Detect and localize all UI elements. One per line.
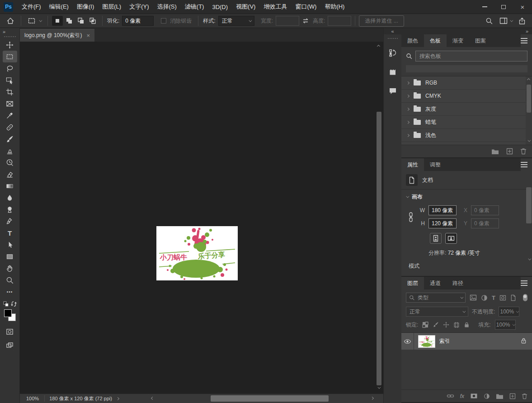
- layers-panel-menu[interactable]: [521, 277, 532, 289]
- maximize-button[interactable]: [494, 0, 513, 14]
- hand-tool[interactable]: [3, 262, 17, 274]
- new-adjustment-layer-icon[interactable]: [484, 393, 490, 399]
- canvas-height-input[interactable]: [428, 218, 457, 228]
- menu-view[interactable]: 视图(V): [232, 0, 259, 14]
- filter-toggle-icon[interactable]: [523, 294, 527, 301]
- tab-layers[interactable]: 图层: [401, 277, 424, 289]
- path-selection-tool[interactable]: [3, 239, 17, 251]
- swatch-group-rgb[interactable]: RGB: [401, 76, 532, 90]
- canvas-x-input[interactable]: [471, 205, 499, 215]
- swap-dimensions-button[interactable]: [299, 15, 312, 27]
- intersect-selection-button[interactable]: [87, 16, 98, 26]
- new-selection-button[interactable]: [52, 16, 63, 26]
- filter-adjustment-layers-icon[interactable]: [481, 294, 488, 301]
- eyedropper-tool[interactable]: [3, 109, 17, 121]
- new-group-icon[interactable]: [491, 148, 499, 155]
- spot-healing-brush-tool[interactable]: [3, 121, 17, 133]
- swatch-group-cmyk[interactable]: CMYK: [401, 90, 532, 103]
- menu-help[interactable]: 帮助(H): [320, 0, 348, 14]
- type-tool[interactable]: T: [3, 227, 17, 239]
- subtract-from-selection-button[interactable]: [75, 16, 86, 26]
- foreground-color-swatch[interactable]: [4, 309, 12, 317]
- scroll-thumb[interactable]: [527, 85, 531, 113]
- swap-colors-icon[interactable]: [11, 301, 17, 307]
- swatch-scrollbar[interactable]: [526, 76, 532, 145]
- properties-scroll-thumb[interactable]: [526, 187, 532, 223]
- quick-mask-button[interactable]: [3, 326, 17, 337]
- close-button[interactable]: ×: [513, 0, 532, 14]
- screen-mode-button[interactable]: [3, 339, 17, 351]
- blend-mode-select[interactable]: 正常: [406, 307, 468, 317]
- layer-name[interactable]: 索引: [439, 337, 521, 345]
- share-icon[interactable]: [518, 17, 526, 25]
- history-brush-tool[interactable]: [3, 156, 17, 168]
- frame-tool[interactable]: [3, 98, 17, 109]
- feather-input[interactable]: [122, 16, 154, 26]
- menu-filter[interactable]: 滤镜(T): [181, 0, 208, 14]
- menu-select[interactable]: 选择(S): [153, 0, 180, 14]
- history-panel-button[interactable]: [386, 46, 400, 60]
- workspace-switcher[interactable]: [499, 17, 512, 24]
- menu-image[interactable]: 图像(I): [73, 0, 98, 14]
- tab-properties[interactable]: 属性: [401, 158, 424, 171]
- portrait-orientation-button[interactable]: [430, 233, 442, 244]
- comments-panel-button[interactable]: [386, 84, 400, 98]
- lock-all-icon[interactable]: [464, 322, 470, 328]
- layer-filter-select[interactable]: 类型: [406, 293, 466, 303]
- tab-close-icon[interactable]: ×: [87, 32, 90, 39]
- home-button[interactable]: [4, 15, 17, 27]
- tab-gradients[interactable]: 渐变: [447, 34, 469, 47]
- fill-input[interactable]: 100%: [495, 320, 516, 330]
- height-input[interactable]: [328, 16, 351, 26]
- lock-position-icon[interactable]: [443, 322, 449, 328]
- tab-color[interactable]: 颜色: [401, 34, 424, 47]
- antialias-checkbox[interactable]: [161, 18, 166, 24]
- libraries-panel-button[interactable]: [386, 65, 400, 79]
- move-tool[interactable]: [3, 39, 17, 51]
- scroll-right-icon[interactable]: [371, 397, 374, 400]
- landscape-orientation-button[interactable]: [445, 233, 457, 244]
- tab-patterns[interactable]: 图案: [469, 34, 492, 47]
- horizontal-scroll-thumb[interactable]: [211, 395, 329, 402]
- link-layers-icon[interactable]: [447, 393, 454, 399]
- expand-icon[interactable]: [406, 120, 410, 123]
- pen-tool[interactable]: [3, 215, 17, 227]
- filter-shape-layers-icon[interactable]: [499, 295, 506, 301]
- new-swatch-icon[interactable]: [506, 148, 513, 155]
- menu-plugins[interactable]: 增效工具: [259, 0, 291, 14]
- collapse-panels-icon[interactable]: »: [526, 28, 528, 34]
- swatches-panel-menu[interactable]: [521, 34, 532, 47]
- vertical-scrollbar[interactable]: [376, 43, 382, 393]
- swatch-search-input[interactable]: 搜索色板: [415, 51, 527, 62]
- default-colors-icon[interactable]: [3, 301, 9, 307]
- lock-artboard-icon[interactable]: [453, 322, 460, 328]
- gradient-tool[interactable]: [3, 180, 17, 192]
- trash-icon[interactable]: [522, 393, 527, 399]
- minimize-button[interactable]: [475, 0, 494, 14]
- document-tab[interactable]: logo.png @ 100%(索引) ×: [20, 29, 94, 42]
- properties-panel-menu[interactable]: [521, 158, 532, 171]
- lock-transparency-icon[interactable]: [422, 322, 428, 328]
- menu-layer[interactable]: 图层(L): [98, 0, 125, 14]
- collapse-dock-icon[interactable]: «: [391, 28, 394, 34]
- rectangle-tool[interactable]: [3, 251, 17, 262]
- eraser-tool[interactable]: [3, 168, 17, 180]
- scroll-up-icon[interactable]: [377, 45, 380, 48]
- expand-icon[interactable]: [406, 133, 410, 137]
- menu-edit[interactable]: 编辑(E): [45, 0, 73, 14]
- filter-pixel-layers-icon[interactable]: [470, 294, 477, 301]
- style-select[interactable]: 正常: [218, 16, 254, 26]
- canvas-width-input[interactable]: [428, 205, 457, 215]
- brush-tool[interactable]: [3, 133, 17, 145]
- link-dimensions-icon[interactable]: [408, 209, 414, 225]
- dodge-tool[interactable]: [3, 204, 17, 215]
- tab-channels[interactable]: 通道: [424, 277, 447, 289]
- scroll-up-icon[interactable]: [527, 78, 530, 81]
- lasso-tool[interactable]: [3, 62, 17, 74]
- menu-type[interactable]: 文字(Y): [125, 0, 153, 14]
- menu-file[interactable]: 文件(F): [18, 0, 45, 14]
- tab-paths[interactable]: 路径: [447, 277, 469, 289]
- trash-icon[interactable]: [520, 148, 527, 155]
- scroll-left-icon[interactable]: [151, 397, 154, 400]
- new-group-icon[interactable]: [496, 393, 504, 399]
